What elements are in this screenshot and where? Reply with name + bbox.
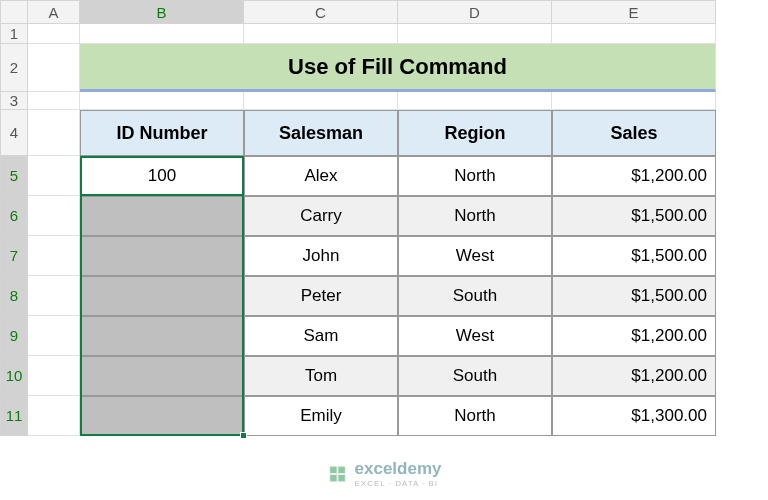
cell-e10[interactable]: $1,200.00 (552, 356, 716, 396)
cell-a7[interactable] (28, 236, 80, 276)
watermark-brand: exceldemy (355, 459, 442, 479)
select-all-corner[interactable] (0, 0, 28, 24)
row-header-6[interactable]: 6 (0, 196, 28, 236)
cell-a9[interactable] (28, 316, 80, 356)
cell-a5[interactable] (28, 156, 80, 196)
cell-b9[interactable] (80, 316, 244, 356)
cell-b10[interactable] (80, 356, 244, 396)
cell-c11[interactable]: Emily (244, 396, 398, 436)
cell-e5[interactable]: $1,200.00 (552, 156, 716, 196)
cell-e9[interactable]: $1,200.00 (552, 316, 716, 356)
row-header-10[interactable]: 10 (0, 356, 28, 396)
cell-a4[interactable] (28, 110, 80, 156)
cell-e6[interactable]: $1,500.00 (552, 196, 716, 236)
row-header-8[interactable]: 8 (0, 276, 28, 316)
cell-b5-active[interactable]: 100 (80, 156, 244, 196)
cell-e3[interactable] (552, 92, 716, 110)
col-header-e[interactable]: E (552, 0, 716, 24)
header-id[interactable]: ID Number (80, 110, 244, 156)
cell-e8[interactable]: $1,500.00 (552, 276, 716, 316)
cell-b8[interactable] (80, 276, 244, 316)
row-header-3[interactable]: 3 (0, 92, 28, 110)
cell-d10[interactable]: South (398, 356, 552, 396)
cell-e1[interactable] (552, 24, 716, 44)
title-cell[interactable]: Use of Fill Command (80, 44, 716, 92)
column-headers: A B C D E (0, 0, 716, 24)
header-region[interactable]: Region (398, 110, 552, 156)
cell-a8[interactable] (28, 276, 80, 316)
exceldemy-logo-icon (327, 463, 349, 485)
cell-d3[interactable] (398, 92, 552, 110)
header-sales[interactable]: Sales (552, 110, 716, 156)
row-header-11[interactable]: 11 (0, 396, 28, 436)
row-header-4[interactable]: 4 (0, 110, 28, 156)
cell-d7[interactable]: West (398, 236, 552, 276)
fill-handle[interactable] (240, 432, 247, 439)
col-header-d[interactable]: D (398, 0, 552, 24)
spreadsheet: A B C D E 1 2 3 4 5 6 7 8 9 10 11 Use of… (0, 0, 768, 500)
row-header-5[interactable]: 5 (0, 156, 28, 196)
row-header-1[interactable]: 1 (0, 24, 28, 44)
row-header-9[interactable]: 9 (0, 316, 28, 356)
cell-c5[interactable]: Alex (244, 156, 398, 196)
row-headers: 1 2 3 4 5 6 7 8 9 10 11 (0, 24, 28, 436)
row-header-7[interactable]: 7 (0, 236, 28, 276)
cell-d11[interactable]: North (398, 396, 552, 436)
cell-c8[interactable]: Peter (244, 276, 398, 316)
row-header-2[interactable]: 2 (0, 44, 28, 92)
cell-c3[interactable] (244, 92, 398, 110)
cell-grid: Use of Fill Command ID Number Salesman R… (28, 24, 716, 436)
cell-a2[interactable] (28, 44, 80, 92)
col-header-c[interactable]: C (244, 0, 398, 24)
cell-b7[interactable] (80, 236, 244, 276)
cell-d9[interactable]: West (398, 316, 552, 356)
cell-b11[interactable] (80, 396, 244, 436)
cell-c9[interactable]: Sam (244, 316, 398, 356)
cell-c7[interactable]: John (244, 236, 398, 276)
cell-d8[interactable]: South (398, 276, 552, 316)
cell-a10[interactable] (28, 356, 80, 396)
cell-c6[interactable]: Carry (244, 196, 398, 236)
col-header-b[interactable]: B (80, 0, 244, 24)
col-header-a[interactable]: A (28, 0, 80, 24)
cell-d1[interactable] (398, 24, 552, 44)
cell-a6[interactable] (28, 196, 80, 236)
cell-e11[interactable]: $1,300.00 (552, 396, 716, 436)
cell-c1[interactable] (244, 24, 398, 44)
cell-a11[interactable] (28, 396, 80, 436)
cell-c10[interactable]: Tom (244, 356, 398, 396)
watermark: exceldemy EXCEL · DATA · BI (327, 459, 442, 488)
cell-b6[interactable] (80, 196, 244, 236)
cell-e7[interactable]: $1,500.00 (552, 236, 716, 276)
watermark-sub: EXCEL · DATA · BI (355, 479, 442, 488)
cell-d5[interactable]: North (398, 156, 552, 196)
cell-a1[interactable] (28, 24, 80, 44)
cell-b1[interactable] (80, 24, 244, 44)
cell-d6[interactable]: North (398, 196, 552, 236)
header-salesman[interactable]: Salesman (244, 110, 398, 156)
cell-a3[interactable] (28, 92, 80, 110)
cell-b3[interactable] (80, 92, 244, 110)
